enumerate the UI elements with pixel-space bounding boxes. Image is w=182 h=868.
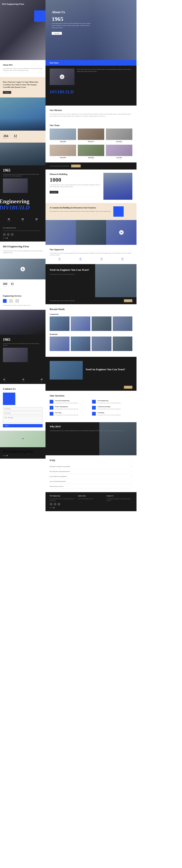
- about-us-title: About Us: [52, 10, 93, 14]
- need-engineer-heading: Need An Engineer You Can Trust?: [50, 268, 91, 272]
- monarch-inner: Monarch Building 1000 Lorem ipsum dolor …: [50, 173, 132, 200]
- step-1-label: Consult: [50, 260, 70, 261]
- city-dark-photo: [0, 143, 45, 165]
- mission-heading: Our Mission: [50, 109, 132, 111]
- dot-3-active[interactable]: [7, 238, 8, 239]
- faq-item-5[interactable]: What areas do you serve? +: [50, 484, 132, 489]
- footer-li-icon[interactable]: [58, 503, 61, 506]
- ne2-footer-btn[interactable]: Contact Us: [124, 386, 132, 389]
- service-desc-1: Lorem ipsum dolor sit amet consectetur a…: [55, 402, 78, 404]
- ne2-heading: Need An Engineer You Can Trust?: [86, 368, 125, 371]
- year-number: 1965: [3, 168, 43, 173]
- faq-item-4[interactable]: Are you licensed and insured? +: [50, 479, 132, 484]
- service-item-5: Surveying Lorem ipsum dolor sit amet con…: [50, 412, 90, 416]
- contact-blue-box: [3, 393, 15, 405]
- social-fb-icon[interactable]: [3, 233, 6, 236]
- monarch-btn[interactable]: View Project: [50, 191, 58, 193]
- monarch-building-img: [103, 173, 132, 200]
- service-item-1: Structural Engineering Lorem ipsum dolor…: [50, 400, 90, 404]
- footer-dots: [3, 238, 43, 239]
- right-footer: Divi Engineering Lorem ipsum dolor sit a…: [45, 492, 137, 512]
- rf-dot-3-active[interactable]: [53, 507, 54, 508]
- service-item-6: Consulting Lorem ipsum dolor sit amet co…: [92, 412, 132, 416]
- hero-title: Divi Engineering Firm: [2, 2, 24, 5]
- project-play-btn[interactable]: [119, 230, 124, 235]
- service-icon-5: [50, 412, 53, 415]
- story-blue-header: Our Story: [45, 60, 137, 66]
- fdot-2[interactable]: [5, 455, 6, 456]
- recent-work-heading: Recent Work: [50, 308, 132, 311]
- service-icon-4: [92, 406, 96, 410]
- story-play-btn[interactable]: [60, 74, 64, 79]
- team-photo-2: [78, 128, 104, 140]
- rw-commercial: Commercial: [50, 313, 132, 331]
- play-button[interactable]: [21, 267, 25, 271]
- faq-q-1: What types of projects do you handle?: [50, 466, 70, 467]
- why-divi-section: Why Divi? Lorem ipsum dolor sit amet, co…: [45, 422, 137, 455]
- service-title-1: Structural Engineering: [55, 400, 78, 402]
- footer-cols: Divi Engineering Lorem ipsum dolor sit a…: [50, 495, 132, 506]
- faq-q-3: Do you offer free consultations?: [50, 475, 67, 477]
- contact-section: Contact Us Submit: [0, 384, 45, 431]
- footer-bottom-logo: Divi Engineering Firm: [3, 450, 43, 454]
- stat-dark-1-label: Planning: [3, 220, 15, 221]
- team-member-6: Lisa Chen Civil Engineer: [106, 145, 132, 159]
- ne-footer-btn[interactable]: Contact Us: [124, 299, 132, 302]
- faq-item-1[interactable]: What types of projects do you handle? +: [50, 464, 132, 469]
- monarch-text-p: Lorem ipsum dolor sit amet, consectetur …: [50, 184, 101, 188]
- team-footer: Join our growing team of professionals V…: [45, 162, 137, 169]
- contact-submit-btn[interactable]: Submit: [3, 424, 43, 427]
- faq-item-2[interactable]: How long does a typical project take? +: [50, 469, 132, 474]
- year2-number: 1965: [3, 338, 43, 342]
- footer-tw-icon[interactable]: [53, 503, 57, 506]
- social-tw-icon[interactable]: [7, 233, 10, 236]
- fdot-3-active[interactable]: [7, 455, 8, 456]
- eng-services-text: Lorem ipsum dolor sit amet, consectetur …: [3, 305, 43, 307]
- project-photos: [45, 220, 137, 245]
- svc-icon-3: [15, 299, 19, 303]
- need-eng2-footer: Contact Us: [45, 384, 137, 391]
- stat-dark-3-num: 03: [30, 218, 43, 220]
- approach-heading: Our Approach: [50, 248, 132, 251]
- rf-dot-1[interactable]: [50, 507, 51, 508]
- stat2-2-label: Years: [11, 286, 14, 287]
- faq-q-5: What areas do you serve?: [50, 486, 64, 487]
- about-us-learn-more-btn[interactable]: Learn More: [52, 32, 62, 35]
- team-role-2: Architect: [78, 142, 104, 143]
- dot-1[interactable]: [3, 238, 4, 239]
- dot-2[interactable]: [5, 238, 6, 239]
- beige-btn[interactable]: Learn More: [3, 91, 11, 94]
- team-role-4: Designer: [50, 158, 76, 159]
- tcol-2: 02 Design: [22, 378, 25, 381]
- year2-inner-img: [3, 348, 28, 362]
- contact-form: Submit: [3, 407, 43, 427]
- contact-email-input[interactable]: [3, 411, 43, 415]
- fdot-1[interactable]: [3, 455, 4, 456]
- stat2-2-num: 12: [11, 282, 14, 286]
- step-1: 01 Consult: [50, 258, 70, 261]
- contact-message-input[interactable]: [3, 416, 43, 423]
- step-2-label: Design: [71, 260, 90, 261]
- service-item-2: Civil Engineering Lorem ipsum dolor sit …: [92, 400, 132, 404]
- team-footer-btn[interactable]: View Careers: [71, 164, 81, 167]
- social-li-icon[interactable]: [11, 233, 14, 236]
- rw-commercial-photo-1: [50, 316, 70, 331]
- rw-residential-photo-2: [71, 337, 90, 351]
- eng-services-section: Engineering Services Lorem ipsum dolor s…: [0, 291, 45, 310]
- step-3-num: 03: [92, 258, 111, 260]
- step-4: 04 Deliver: [113, 258, 133, 261]
- faq-q-4: Are you licensed and insured?: [50, 480, 66, 482]
- service-text-4: Architectural Design Lorem ipsum dolor s…: [98, 406, 121, 410]
- map-section: 🗺: [0, 431, 45, 447]
- faq-item-3[interactable]: Do you offer free consultations? +: [50, 474, 132, 479]
- need-eng2-row: Need An Engineer You Can Trust?: [50, 361, 132, 379]
- stats2-divider: [9, 282, 9, 288]
- story-text: Lorem ipsum dolor sit amet, consectetur …: [77, 68, 132, 85]
- rw-commercial-photo-4: [113, 316, 133, 331]
- footer-fb-icon[interactable]: [50, 503, 52, 506]
- contact-name-input[interactable]: [3, 407, 43, 410]
- rf-dot-2[interactable]: [51, 507, 52, 508]
- service-text-2: Civil Engineering Lorem ipsum dolor sit …: [98, 400, 121, 404]
- monarch-text: Monarch Building 1000 Lorem ipsum dolor …: [50, 173, 101, 200]
- stat-dark-3: 03 Build: [30, 218, 43, 221]
